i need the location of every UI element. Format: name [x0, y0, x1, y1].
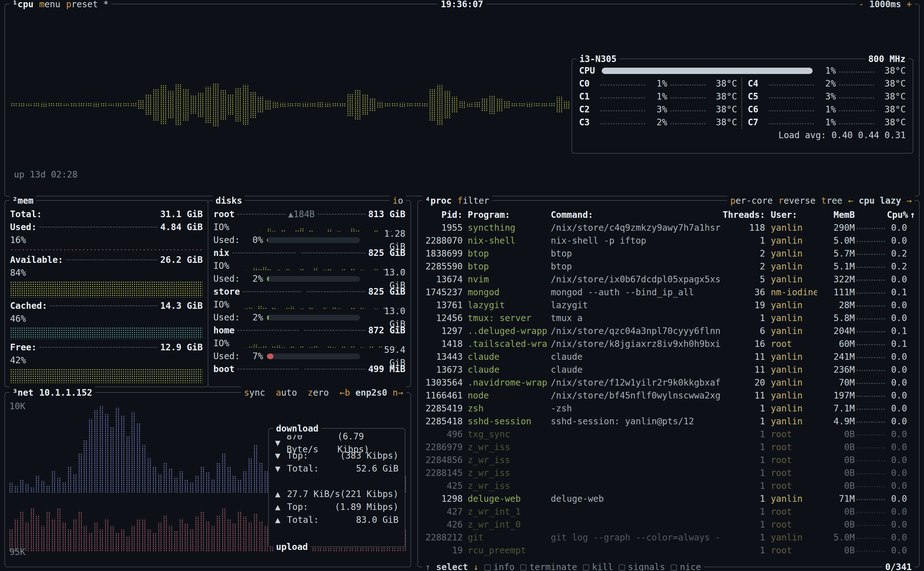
cpu-panel-toggle[interactable]: ¹cpu [9, 0, 36, 11]
menu-button[interactable]: menu [36, 0, 63, 11]
proc-panel-title: proc [431, 196, 451, 206]
update-interval-value: 1000ms [869, 0, 901, 9]
process-mem: 0B [817, 479, 855, 492]
proc-action-button[interactable]: terminate [517, 560, 580, 571]
net-interface-name: enp2s0 [355, 387, 387, 398]
process-row[interactable]: 13761 lazygit lazygit 19 yanlin 28M 0.0 [418, 299, 919, 312]
process-row[interactable]: 1298 deluge-web deluge-web 1 yanlin 71M … [418, 492, 919, 505]
process-threads: 1 [721, 454, 765, 466]
process-row[interactable]: 2285418 sshd-session sshd-session: yanli… [418, 415, 919, 428]
process-cpu: 0.0 [887, 544, 907, 557]
net-prev-interface-button[interactable]: ←b [340, 387, 350, 398]
process-row[interactable]: 427 z_wr_int_1 1 root 0B 0.0 [418, 505, 919, 518]
divider-dashes [307, 291, 365, 292]
filter-button[interactable]: filter [454, 194, 492, 207]
process-mem: 0B [817, 441, 855, 454]
col-user[interactable]: User: [765, 208, 817, 221]
process-row[interactable]: 2284856 z_wr_iss 1 root 0B 0.0 [418, 454, 919, 466]
disk-io-label: IO% [213, 221, 239, 233]
process-row[interactable]: 2285419 zsh -zsh 1 yanlin 7.1M 0.0 [418, 402, 919, 415]
process-row[interactable]: 13673 claude claude 11 yanlin 236M 0.0 [418, 363, 919, 376]
core-name: C3 [579, 116, 598, 129]
process-program: nvim [463, 273, 551, 286]
net-auto-toggle[interactable]: auto [276, 386, 297, 399]
process-row[interactable]: 425 z_wr_iss 1 root 0B 0.0 [418, 479, 919, 492]
process-threads: 1 [721, 415, 765, 428]
load-average-values: 0.40 0.44 0.31 [832, 129, 906, 142]
process-pid: 426 [422, 518, 463, 531]
process-command: /nix/store/ix0b67dcdpl05xpagx5xs [551, 273, 721, 286]
process-row[interactable]: 1303564 .navidrome-wrap /nix/store/f12w1… [418, 376, 919, 389]
process-threads: 5 [721, 273, 765, 286]
col-cpu[interactable]: Cpu% [887, 208, 907, 221]
col-mem[interactable]: MemB [817, 208, 855, 221]
col-command[interactable]: Command: [551, 208, 721, 221]
process-row[interactable]: 1297 ..deluged-wrapp /nix/store/qzc04a3n… [418, 324, 919, 338]
net-zero-toggle[interactable]: zero [308, 386, 329, 399]
process-row[interactable]: 13443 claude claude 11 yanlin 241M 0.0 [418, 350, 919, 363]
io-mode-toggle[interactable]: io [390, 194, 406, 207]
update-interval-control: - 1000ms + [856, 0, 915, 11]
process-command: btop [551, 247, 721, 260]
process-row[interactable]: 1955 syncthing /nix/store/c4q9zmkzy9awy7… [418, 221, 919, 234]
process-row[interactable]: 426 z_wr_int_0 1 root 0B 0.0 [418, 518, 919, 531]
process-mem: 5.8M [817, 312, 855, 324]
core-cell-right: C7 1% 38°C [741, 116, 906, 129]
proc-action-button[interactable]: signals [616, 560, 668, 571]
preset-button[interactable]: preset * [63, 0, 111, 11]
mem-panel-toggle[interactable]: ²mem [9, 194, 36, 207]
proc-panel-toggle[interactable]: ⁴proc [422, 194, 454, 207]
disk-name: boot [213, 363, 234, 375]
net-next-interface-button[interactable]: n→ [393, 387, 403, 398]
scroll-up-icon[interactable]: ↑ [422, 560, 433, 571]
process-user: root [765, 518, 817, 531]
net-panel-toggle[interactable]: ³net [9, 386, 36, 399]
process-row[interactable]: 2286979 z_wr_iss 1 root 0B 0.0 [418, 441, 919, 454]
process-row[interactable]: 12456 tmux: server tmux a 1 yanlin 5.8M … [418, 312, 919, 324]
sort-next-button[interactable]: → [906, 196, 912, 206]
process-user: yanlin [765, 350, 817, 363]
process-row[interactable]: 496 txg_sync 1 root 0B 0.0 [418, 428, 919, 441]
net-sync-toggle[interactable]: sync [244, 386, 265, 399]
divider-dashes [39, 347, 157, 348]
disk-used-meter-fill [267, 315, 269, 321]
mem-used-graph [10, 248, 203, 252]
process-row[interactable]: 1418 .tailscaled-wra /nix/store/k8jgiaxr… [418, 338, 919, 350]
tree-toggle[interactable]: tree [818, 194, 845, 207]
interval-increase-button[interactable]: + [906, 0, 912, 9]
process-row[interactable]: 2288212 git git log --graph --color=alwa… [418, 531, 919, 544]
process-row[interactable]: 1166461 node /nix/store/bf45nflf0wylnscw… [418, 389, 919, 402]
core-percent: 2% [648, 116, 667, 129]
process-row[interactable]: 2285590 btop btop 2 yanlin 5.1M 0.2 [418, 260, 919, 273]
process-user: yanlin [765, 492, 817, 505]
process-row[interactable]: 19 rcu_preempt 1 root 0B 0.0 [418, 544, 919, 557]
mem-cached-percent: 46% [10, 312, 203, 325]
process-program: z_wr_int_0 [463, 518, 551, 531]
interval-decrease-button[interactable]: - [859, 0, 864, 9]
select-control[interactable]: select ↓ [433, 560, 482, 571]
process-pid: 1297 [422, 324, 463, 338]
disk-used-meter [267, 237, 360, 243]
col-threads[interactable]: Threads: [721, 208, 765, 221]
col-program[interactable]: Program: [463, 208, 551, 221]
sort-prev-button[interactable]: ← [848, 196, 853, 206]
process-row[interactable]: 13674 nvim /nix/store/ix0b67dcdpl05xpagx… [418, 273, 919, 286]
per-core-toggle[interactable]: per-core [727, 194, 775, 207]
process-mem: 0B [817, 518, 855, 531]
proc-action-button[interactable]: nice [668, 560, 704, 571]
process-command: lazygit [551, 299, 721, 312]
reverse-toggle[interactable]: reverse [775, 194, 818, 207]
process-row[interactable]: 1745237 mongod mongod --auth --bind_ip_a… [418, 286, 919, 299]
process-row[interactable]: 2288145 z_wr_iss 1 root 0B 0.0 [418, 466, 919, 479]
col-pid[interactable]: Pid: [422, 208, 463, 221]
net-ip-address: 10.1.1.152 [36, 386, 95, 399]
process-threads: 20 [721, 376, 765, 389]
proc-action-button[interactable]: kill [580, 560, 616, 571]
process-row[interactable]: 2288070 nix-shell nix-shell -p iftop 1 y… [418, 234, 919, 247]
process-row[interactable]: 1838699 btop btop 2 yanlin 5.7M 0.2 [418, 247, 919, 260]
disk-used-meter-fill [267, 276, 269, 282]
download-arrow-icon: ▼ [275, 462, 287, 475]
proc-action-button[interactable]: info [482, 560, 517, 571]
core-cell-right: C4 2% 38°C [741, 77, 906, 90]
process-pid: 496 [422, 428, 463, 441]
